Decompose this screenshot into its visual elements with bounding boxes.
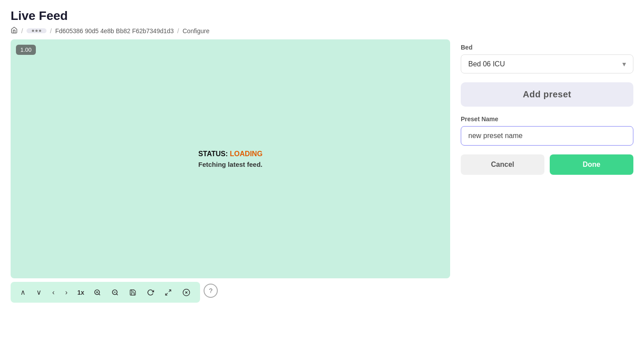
pan-left-button[interactable]: ‹ [48,286,59,299]
page-title: Live Feed [11,9,633,23]
done-button[interactable]: Done [550,154,633,175]
breadcrumb-pill[interactable] [27,28,46,33]
status-line: STATUS: LOADING [198,150,262,158]
fullscreen-button[interactable] [160,286,176,299]
feed-controls: ∧ ∨ ‹ › 1x [11,282,200,303]
tilt-up-button[interactable]: ∧ [16,285,30,299]
preset-name-input[interactable] [461,126,633,146]
breadcrumb-separator-3: / [177,27,179,35]
zoom-out-button[interactable] [107,286,123,299]
refresh-button[interactable] [143,286,158,299]
controls-row: ∧ ∨ ‹ › 1x [11,278,450,303]
bed-section: Bed Bed 06 ICU Bed 01 ICU Bed 02 ICU Bed… [461,44,633,73]
svg-line-1 [99,294,100,295]
save-button[interactable] [125,286,141,299]
preset-name-label: Preset Name [461,115,633,123]
status-value: LOADING [230,150,262,158]
fetching-text: Fetching latest feed. [198,161,262,168]
zoom-in-button[interactable] [89,286,105,299]
breadcrumb-configure[interactable]: Configure [182,27,209,35]
cancel-button[interactable]: Cancel [461,154,544,175]
feed-status: STATUS: LOADING Fetching latest feed. [198,150,262,168]
home-icon[interactable] [11,27,18,35]
bed-select-wrapper: Bed 06 ICU Bed 01 ICU Bed 02 ICU Bed 03 … [461,54,633,73]
help-button[interactable]: ? [204,284,218,298]
breadcrumb-device-id[interactable]: Fd605386 90d5 4e8b Bb82 F62b7349d1d3 [55,27,174,35]
svg-line-7 [169,290,171,292]
svg-line-8 [166,293,168,295]
breadcrumb: / / Fd605386 90d5 4e8b Bb82 F62b7349d1d3… [11,27,633,35]
close-feed-button[interactable] [178,286,195,299]
action-buttons: Cancel Done [461,154,633,175]
breadcrumb-separator-2: / [50,27,52,35]
add-preset-button[interactable]: Add preset [461,82,633,107]
breadcrumb-separator-1: / [21,27,23,35]
pan-right-button[interactable]: › [61,286,72,299]
svg-line-5 [116,294,118,295]
preset-name-section: Preset Name [461,115,633,146]
zoom-label: 1x [74,289,88,296]
feed-container: 1.00 STATUS: LOADING Fetching latest fee… [11,39,450,278]
bed-label: Bed [461,44,633,51]
feed-panel: 1.00 STATUS: LOADING Fetching latest fee… [11,39,450,303]
tilt-down-button[interactable]: ∨ [32,285,46,299]
status-prefix: STATUS: [198,150,230,158]
config-panel: Bed Bed 06 ICU Bed 01 ICU Bed 02 ICU Bed… [461,39,633,303]
bed-select[interactable]: Bed 06 ICU Bed 01 ICU Bed 02 ICU Bed 03 … [461,54,633,73]
version-badge: 1.00 [16,45,36,55]
